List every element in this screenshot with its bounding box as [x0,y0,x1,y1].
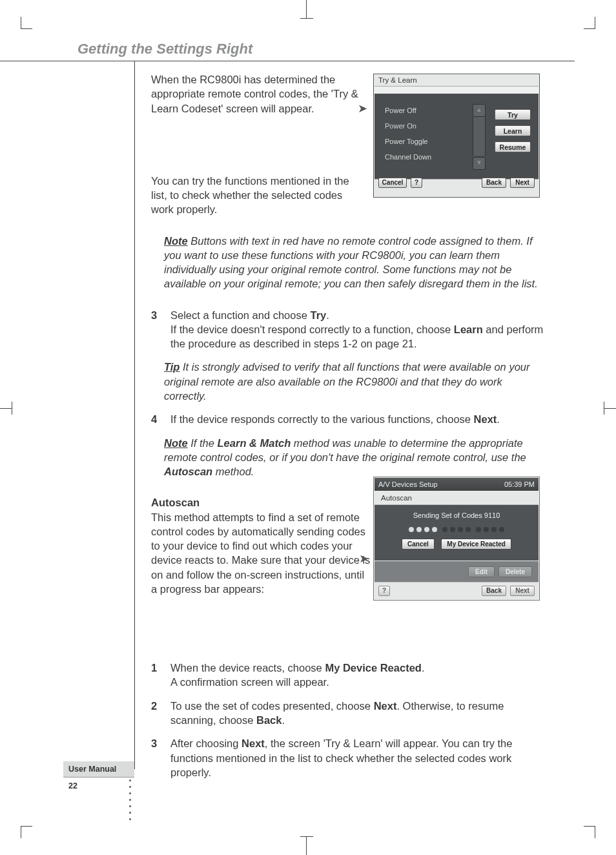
next-button[interactable]: Next [510,178,535,188]
edit-button: Edit [468,566,495,577]
delete-button: Delete [498,566,532,577]
list-item[interactable]: Channel Down [384,149,470,165]
decorative-dots [129,779,131,820]
back-button[interactable]: Back [482,178,506,188]
list-item[interactable]: Power Off [384,103,470,118]
section-label: Autoscan [375,491,539,505]
step-3-line1: Select a function and choose Try. [170,308,545,322]
page-number: 22 [63,777,134,794]
autoscan-step-1a: When the device reacts, choose My Device… [170,661,545,675]
screenshot-try-learn: Try & Learn Power Off Power On Power Tog… [373,74,540,198]
footer-label: User Manual [63,761,134,777]
tip-callout: Tip It is strongly advised to verify tha… [151,360,545,403]
progress-dots [375,523,539,535]
note-label: Note [164,235,188,247]
note-callout-2: Note If the Learn & Match method was una… [151,436,545,479]
autoscan-step-3: After choosing Next, the screen 'Try & L… [170,736,545,779]
paragraph-autoscan: This method attempts to find a set of re… [151,510,372,597]
screenshot-autoscan: A/V Devices Setup 05:39 PM Autoscan Send… [373,477,540,601]
scrollbar[interactable] [473,117,486,156]
learn-button[interactable]: Learn [495,125,531,136]
next-button: Next [510,586,535,596]
paragraph-try-list: You can try the functions mentioned in t… [151,174,362,217]
clock-label: 05:39 PM [504,478,535,491]
arrow-icon: ➤ [359,551,369,566]
step-number: 4 [151,412,160,426]
autoscan-step-2: To use the set of codes presented, choos… [170,699,545,728]
list-item[interactable]: Power Toggle [384,134,470,149]
cancel-button[interactable]: Cancel [402,539,435,550]
header-rule [0,61,575,61]
arrow-icon: ➤ [358,101,367,116]
autoscan-step-1b: A confirmation screen will appear. [170,675,545,689]
step-number: 2 [151,699,160,728]
tip-label: Tip [164,361,180,373]
try-button[interactable]: Try [495,109,531,120]
margin-vertical-rule [134,61,135,769]
step-4-line: If the device responds correctly to the … [170,412,545,426]
note-callout: Note Buttons with text in red have no re… [151,234,545,291]
help-button[interactable]: ? [378,586,390,596]
paragraph-intro: When the RC9800i has determined the appr… [151,72,362,116]
note-text: Buttons with text in red have no remote … [164,235,538,290]
step-number: 1 [151,661,160,690]
window-title: A/V Devices Setup [378,478,438,491]
list-item[interactable]: Power On [384,118,470,134]
scroll-up-icon[interactable]: ▲ [473,104,486,117]
step-number: 3 [151,736,160,779]
help-button[interactable]: ? [411,178,422,188]
back-button[interactable]: Back [482,586,506,596]
window-title: Try & Learn [375,75,539,87]
device-reacted-button[interactable]: My Device Reacted [441,539,511,550]
step-3-line2: If the device doesn't respond correctly … [170,322,545,351]
section-title: Getting the Settings Right [77,41,252,57]
tip-text: It is strongly advised to verify that al… [164,361,529,402]
note-label: Note [164,437,188,449]
function-list[interactable]: Power Off Power On Power Toggle Channel … [384,103,470,170]
resume-button[interactable]: Resume [495,141,531,152]
step-number: 3 [151,308,160,351]
status-text: Sending Set of Codes 9110 [375,511,539,519]
cancel-button[interactable]: Cancel [378,178,407,188]
scroll-down-icon[interactable]: ▼ [473,157,486,170]
